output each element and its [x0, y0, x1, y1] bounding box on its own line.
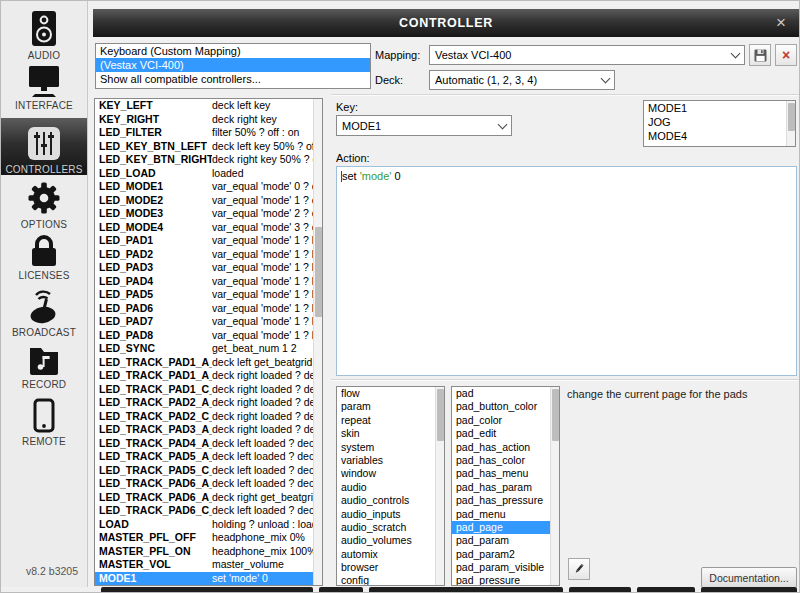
sidebar-item-options[interactable]: OPTIONS [1, 178, 87, 230]
save-mapping-button[interactable] [749, 44, 771, 66]
key-row[interactable]: LED_PAD6var_equal 'mode' 1 ? lo [95, 302, 322, 316]
key-select[interactable]: MODE1 [336, 115, 512, 136]
background-segment [101, 587, 313, 593]
action-item[interactable]: pad_menu [452, 508, 559, 521]
sidebar-item-remote[interactable]: REMOTE [1, 397, 87, 447]
key-row[interactable]: LED_PAD1var_equal 'mode' 1 ? lo [95, 234, 322, 248]
key-row[interactable]: LED_PAD5var_equal 'mode' 1 ? lo [95, 288, 322, 302]
key-row[interactable]: LED_FILTERfilter 50% ? off : on [95, 126, 322, 140]
category-item[interactable]: audio_volumes [337, 534, 444, 547]
key-row[interactable]: LED_KEY_BTN_LEFTdeck left key 50% ? off [95, 140, 322, 154]
sidebar-item-broadcast[interactable]: BROADCAST [1, 286, 87, 338]
category-item[interactable]: skin [337, 427, 444, 440]
scrollbar-thumb[interactable] [315, 227, 322, 317]
recent-key-item[interactable]: MODE4 [644, 129, 795, 143]
key-row[interactable]: LED_PAD2var_equal 'mode' 1 ? lo [95, 248, 322, 262]
category-item[interactable]: automix [337, 548, 444, 561]
edit-action-button[interactable] [568, 558, 590, 580]
action-item[interactable]: pad_has_menu [452, 467, 559, 480]
category-item[interactable]: browser [337, 561, 444, 574]
key-row[interactable]: LED_TRACK_PAD5_A_Ldeck left loaded ? dec… [95, 450, 322, 464]
close-icon[interactable]: × [776, 13, 786, 33]
key-row[interactable]: LED_TRACK_PAD3_A_Fdeck right loaded ? de [95, 423, 322, 437]
key-row[interactable]: LED_PAD7var_equal 'mode' 1 ? lo [95, 315, 322, 329]
recent-list-scrollbar[interactable] [786, 101, 795, 146]
key-row[interactable]: LED_MODE1var_equal 'mode' 0 ? o [95, 180, 322, 194]
category-item[interactable]: window [337, 467, 444, 480]
category-item[interactable]: param [337, 400, 444, 413]
key-row[interactable]: LED_TRACK_PAD6_A_Ldeck left loaded ? dec… [95, 477, 322, 491]
recent-key-item[interactable]: JOG [644, 115, 795, 129]
scrollbar-thumb[interactable] [788, 103, 795, 131]
key-row[interactable]: LED_TRACK_PAD1_A_Fdeck right loaded ? de [95, 369, 322, 383]
key-row[interactable]: LED_SYNCget_beat_num 1 2 [95, 342, 322, 356]
key-row[interactable]: LOADholding ? unload : load [95, 518, 322, 532]
category-item[interactable]: system [337, 441, 444, 454]
action-editor[interactable]: set 'mode' 0 [336, 166, 797, 376]
action-item[interactable]: pad_has_color [452, 454, 559, 467]
key-row[interactable]: LED_TRACK_PAD4_A_Ldeck left loaded ? dec… [95, 437, 322, 451]
key-row[interactable]: LED_MODE2var_equal 'mode' 1 ? o [95, 194, 322, 208]
key-row[interactable]: MASTER_PFL_OFFheadphone_mix 0% [95, 531, 322, 545]
key-row[interactable]: LED_TRACK_PAD6_C_Ldeck left loaded ? dec… [95, 504, 322, 518]
action-item[interactable]: pad_has_param [452, 481, 559, 494]
action-item[interactable]: pad_param2 [452, 548, 559, 561]
key-row[interactable]: LED_LOADloaded [95, 167, 322, 181]
action-item[interactable]: pad_pressure [452, 574, 559, 586]
key-row[interactable]: LED_MODE3var_equal 'mode' 2 ? o [95, 207, 322, 221]
deck-select[interactable]: Automatic (1, 2, 3, 4) [429, 70, 615, 90]
controller-option[interactable]: Keyboard (Custom Mapping) [96, 44, 370, 58]
action-item[interactable]: pad_page [452, 521, 559, 534]
key-row[interactable]: MASTER_VOLmaster_volume [95, 558, 322, 572]
documentation-button[interactable]: Documentation... [701, 567, 797, 588]
category-item[interactable]: audio_controls [337, 494, 444, 507]
sidebar-item-controllers[interactable]: CONTROLLERS [1, 118, 87, 175]
action-scrollbar[interactable] [550, 387, 559, 585]
controller-option[interactable]: Show all compatible controllers... [96, 72, 370, 86]
sidebar-item-licenses[interactable]: LICENSES [1, 231, 87, 281]
key-row[interactable]: KEY_RIGHTdeck right key [95, 113, 322, 127]
action-item[interactable]: pad_edit [452, 427, 559, 440]
key-row[interactable]: MASTER_PFL_ONheadphone_mix 100% [95, 545, 322, 559]
action-item[interactable]: pad [452, 387, 559, 400]
controller-option[interactable]: (Vestax VCI-400) [96, 58, 370, 72]
category-item[interactable]: flow [337, 387, 444, 400]
key-row[interactable]: LED_TRACK_PAD2_A_Fdeck right loaded ? de [95, 396, 322, 410]
sidebar-item-record[interactable]: RECORD [1, 342, 87, 390]
key-action: var_equal 'mode' 1 ? lo [212, 275, 322, 289]
key-row[interactable]: LED_TRACK_PAD6_A_Fdeck right get_beatgri… [95, 491, 322, 505]
key-list-scrollbar[interactable] [313, 99, 322, 585]
key-row[interactable]: LED_TRACK_PAD2_C_Fdeck right loaded ? de [95, 410, 322, 424]
category-item[interactable]: variables [337, 454, 444, 467]
category-item[interactable]: audio [337, 481, 444, 494]
delete-mapping-button[interactable]: × [775, 44, 797, 66]
key-action: deck right loaded ? de [212, 423, 322, 437]
sidebar-item-interface[interactable]: INTERFACE [1, 63, 87, 111]
category-scrollbar[interactable] [435, 387, 444, 585]
key-row[interactable]: LED_PAD3var_equal 'mode' 1 ? lo [95, 261, 322, 275]
key-row[interactable]: LED_PAD8var_equal 'mode' 1 ? lo [95, 329, 322, 343]
category-item[interactable]: audio_scratch [337, 521, 444, 534]
action-item[interactable]: pad_button_color [452, 400, 559, 413]
mapping-select[interactable]: Vestax VCI-400 [429, 45, 745, 65]
category-item[interactable]: repeat [337, 414, 444, 427]
scrollbar-thumb[interactable] [552, 389, 559, 441]
key-row[interactable]: LED_KEY_BTN_RIGHTdeck right key 50% ? o [95, 153, 322, 167]
key-row[interactable]: LED_TRACK_PAD5_C_Ldeck left loaded ? dec… [95, 464, 322, 478]
key-row[interactable]: LED_TRACK_PAD1_C_Fdeck right loaded ? de [95, 383, 322, 397]
recent-key-item[interactable]: MODE1 [644, 101, 795, 115]
scrollbar-thumb[interactable] [437, 389, 444, 441]
action-item[interactable]: pad_has_pressure [452, 494, 559, 507]
action-item[interactable]: pad_param [452, 534, 559, 547]
key-row[interactable]: LED_PAD4var_equal 'mode' 1 ? lo [95, 275, 322, 289]
key-row[interactable]: MODE1set 'mode' 0 [95, 572, 322, 586]
action-item[interactable]: pad_param_visible [452, 561, 559, 574]
action-item[interactable]: pad_has_action [452, 441, 559, 454]
category-item[interactable]: config [337, 574, 444, 586]
key-row[interactable]: KEY_LEFTdeck left key [95, 99, 322, 113]
key-row[interactable]: LED_MODE4var_equal 'mode' 3 ? o [95, 221, 322, 235]
category-item[interactable]: audio_inputs [337, 508, 444, 521]
action-item[interactable]: pad_color [452, 414, 559, 427]
key-row[interactable]: LED_TRACK_PAD1_A_Ldeck left get_beatgrid… [95, 356, 322, 370]
sidebar-item-audio[interactable]: AUDIO [1, 9, 87, 61]
